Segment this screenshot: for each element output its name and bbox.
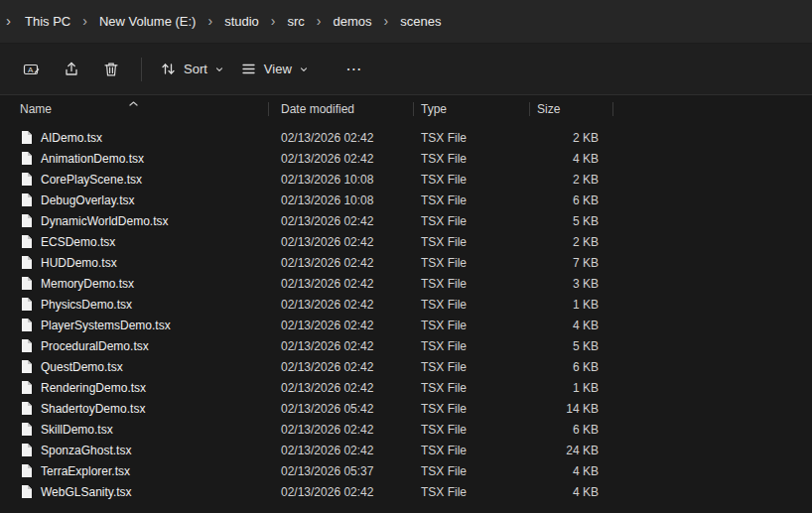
file-row[interactable]: ProceduralDemo.tsx02/13/2026 02:42TSX Fi… bbox=[0, 335, 812, 356]
file-size: 2 KB bbox=[529, 173, 612, 187]
file-type: TSX File bbox=[413, 360, 529, 374]
file-type: TSX File bbox=[413, 402, 529, 416]
breadcrumb-item-studio[interactable]: studio bbox=[216, 9, 267, 34]
file-row[interactable]: CorePlayScene.tsx02/13/2026 10:08TSX Fil… bbox=[0, 169, 812, 190]
file-row[interactable]: DynamicWorldDemo.tsx02/13/2026 02:42TSX … bbox=[0, 210, 812, 231]
file-name-cell: CorePlayScene.tsx bbox=[0, 172, 268, 187]
file-icon bbox=[20, 130, 33, 145]
file-type: TSX File bbox=[413, 256, 529, 270]
file-name: AnimationDemo.tsx bbox=[41, 152, 144, 166]
more-options-button[interactable]: ⋯ bbox=[335, 52, 374, 87]
file-icon bbox=[20, 276, 33, 291]
file-type: TSX File bbox=[413, 214, 529, 228]
file-row[interactable]: MemoryDemo.tsx02/13/2026 02:42TSX File3 … bbox=[0, 273, 812, 294]
column-header-type[interactable]: Type bbox=[413, 95, 529, 123]
file-date-modified: 02/13/2026 02:42 bbox=[268, 485, 413, 499]
file-date-modified: 02/13/2026 10:08 bbox=[268, 173, 413, 187]
file-size: 2 KB bbox=[529, 235, 612, 249]
file-size: 1 KB bbox=[529, 298, 612, 312]
file-type: TSX File bbox=[413, 298, 529, 312]
file-date-modified: 02/13/2026 02:42 bbox=[268, 131, 413, 145]
file-size: 5 KB bbox=[529, 214, 612, 228]
file-size: 3 KB bbox=[529, 277, 612, 291]
file-name-cell: QuestDemo.tsx bbox=[0, 359, 268, 374]
file-type: TSX File bbox=[413, 444, 529, 457]
file-date-modified: 02/13/2026 02:42 bbox=[268, 360, 413, 374]
file-icon bbox=[20, 297, 33, 312]
chevron-right-icon: › bbox=[203, 13, 216, 31]
file-row[interactable]: WebGLSanity.tsx02/13/2026 02:42TSX File4… bbox=[0, 481, 812, 502]
file-type: TSX File bbox=[413, 464, 529, 478]
file-name: ProceduralDemo.tsx bbox=[41, 339, 149, 353]
file-row[interactable]: PlayerSystemsDemo.tsx02/13/2026 02:42TSX… bbox=[0, 315, 812, 335]
view-button[interactable]: View bbox=[232, 52, 317, 87]
rename-button[interactable]: A bbox=[12, 52, 52, 87]
column-divider[interactable] bbox=[268, 102, 269, 116]
file-date-modified: 02/13/2026 02:42 bbox=[268, 381, 413, 395]
file-icon bbox=[20, 463, 33, 478]
file-date-modified: 02/13/2026 02:42 bbox=[268, 339, 413, 353]
file-row[interactable]: TerraExplorer.tsx02/13/2026 05:37TSX Fil… bbox=[0, 460, 812, 481]
file-name-cell: PhysicsDemo.tsx bbox=[0, 297, 268, 312]
chevron-down-icon bbox=[299, 64, 309, 74]
file-date-modified: 02/13/2026 02:42 bbox=[268, 152, 413, 166]
file-row[interactable]: DebugOverlay.tsx02/13/2026 10:08TSX File… bbox=[0, 190, 812, 210]
file-name: DynamicWorldDemo.tsx bbox=[41, 214, 168, 228]
file-list: AIDemo.tsx02/13/2026 02:42TSX File2 KBAn… bbox=[0, 123, 812, 502]
file-type: TSX File bbox=[413, 235, 529, 249]
file-row[interactable]: HUDDemo.tsx02/13/2026 02:42TSX File7 KB bbox=[0, 252, 812, 273]
file-date-modified: 02/13/2026 02:42 bbox=[268, 235, 413, 249]
file-row[interactable]: QuestDemo.tsx02/13/2026 02:42TSX File6 K… bbox=[0, 356, 812, 377]
file-icon bbox=[20, 318, 33, 332]
sort-ascending-icon bbox=[128, 96, 139, 110]
column-header-size[interactable]: Size bbox=[529, 95, 612, 123]
column-divider[interactable] bbox=[612, 102, 613, 116]
file-type: TSX File bbox=[413, 381, 529, 395]
file-row[interactable]: SponzaGhost.tsx02/13/2026 02:42TSX File2… bbox=[0, 440, 812, 460]
file-name: HUDDemo.tsx bbox=[41, 256, 117, 270]
file-name-cell: DynamicWorldDemo.tsx bbox=[0, 213, 268, 228]
file-name: WebGLSanity.tsx bbox=[41, 485, 132, 499]
file-name: PlayerSystemsDemo.tsx bbox=[41, 319, 171, 332]
file-size: 6 KB bbox=[529, 360, 612, 374]
file-name: MemoryDemo.tsx bbox=[41, 277, 134, 291]
file-type: TSX File bbox=[413, 277, 529, 291]
file-name: TerraExplorer.tsx bbox=[41, 464, 130, 478]
address-chevron-icon[interactable]: › bbox=[4, 12, 17, 31]
file-size: 5 KB bbox=[529, 339, 612, 353]
breadcrumb-item-src[interactable]: src bbox=[280, 9, 313, 34]
share-button[interactable] bbox=[52, 52, 91, 87]
column-divider[interactable] bbox=[529, 102, 530, 116]
delete-button[interactable] bbox=[91, 52, 131, 87]
file-name-cell: RenderingDemo.tsx bbox=[0, 380, 268, 395]
file-row[interactable]: ShadertoyDemo.tsx02/13/2026 05:42TSX Fil… bbox=[0, 398, 812, 419]
more-icon: ⋯ bbox=[345, 60, 362, 78]
file-row[interactable]: SkillDemo.tsx02/13/2026 02:42TSX File6 K… bbox=[0, 419, 812, 440]
file-size: 4 KB bbox=[529, 485, 612, 499]
file-name-cell: ProceduralDemo.tsx bbox=[0, 338, 268, 353]
breadcrumb-item-scenes[interactable]: scenes bbox=[392, 9, 449, 34]
breadcrumb-item-new-volume[interactable]: New Volume (E:) bbox=[91, 9, 204, 34]
file-icon bbox=[20, 359, 33, 374]
column-divider[interactable] bbox=[413, 102, 414, 116]
file-date-modified: 02/13/2026 02:42 bbox=[268, 214, 413, 228]
file-name-cell: WebGLSanity.tsx bbox=[0, 484, 268, 499]
file-name: PhysicsDemo.tsx bbox=[41, 298, 132, 312]
file-type: TSX File bbox=[413, 193, 529, 207]
file-type: TSX File bbox=[413, 152, 529, 166]
file-row[interactable]: AIDemo.tsx02/13/2026 02:42TSX File2 KB bbox=[0, 127, 812, 148]
sort-button[interactable]: Sort bbox=[152, 52, 232, 87]
view-label: View bbox=[264, 62, 292, 76]
file-name-cell: SkillDemo.tsx bbox=[0, 422, 268, 437]
breadcrumb-item-demos[interactable]: demos bbox=[326, 9, 380, 34]
file-size: 1 KB bbox=[529, 381, 612, 395]
breadcrumb-item-this-pc[interactable]: This PC bbox=[17, 9, 78, 34]
file-size: 24 KB bbox=[529, 444, 612, 457]
file-row[interactable]: PhysicsDemo.tsx02/13/2026 02:42TSX File1… bbox=[0, 294, 812, 315]
file-row[interactable]: RenderingDemo.tsx02/13/2026 02:42TSX Fil… bbox=[0, 377, 812, 398]
file-icon bbox=[20, 151, 33, 166]
column-header-date-modified[interactable]: Date modified bbox=[268, 95, 413, 123]
file-row[interactable]: ECSDemo.tsx02/13/2026 02:42TSX File2 KB bbox=[0, 231, 812, 252]
file-name: SkillDemo.tsx bbox=[41, 423, 113, 437]
file-row[interactable]: AnimationDemo.tsx02/13/2026 02:42TSX Fil… bbox=[0, 148, 812, 169]
